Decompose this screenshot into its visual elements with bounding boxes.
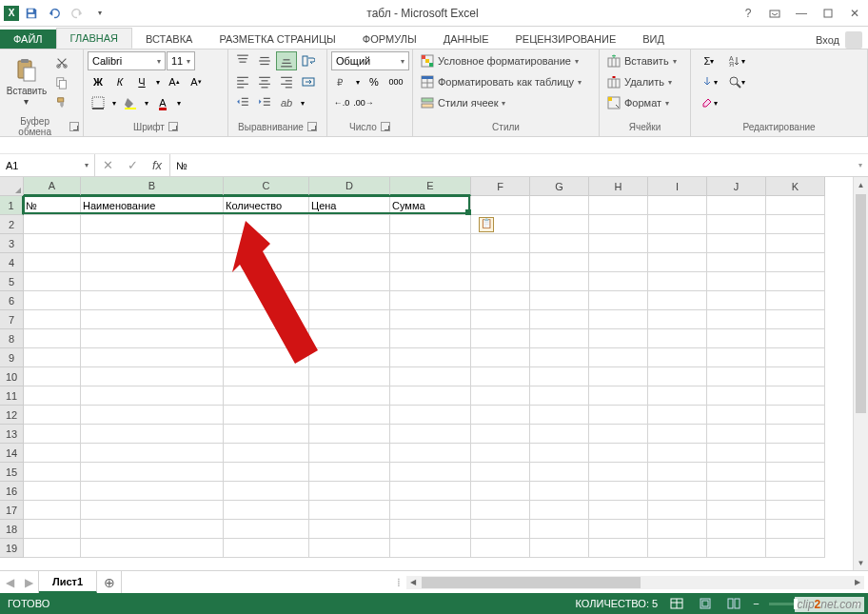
cell-F3[interactable]	[471, 234, 530, 253]
cell-G19[interactable]	[530, 539, 589, 558]
bold-button[interactable]: Ж	[88, 72, 108, 91]
cell-I12[interactable]	[648, 406, 707, 425]
col-header-I[interactable]: I	[648, 177, 707, 196]
cell-D15[interactable]	[309, 463, 390, 482]
cell-G16[interactable]	[530, 482, 589, 501]
cell-H19[interactable]	[589, 539, 648, 558]
col-header-J[interactable]: J	[707, 177, 766, 196]
tab-insert[interactable]: ВСТАВКА	[132, 30, 206, 49]
cell-D3[interactable]	[309, 234, 390, 253]
cell-A15[interactable]	[24, 463, 81, 482]
row-header-9[interactable]: 9	[0, 348, 24, 367]
col-header-C[interactable]: C	[224, 177, 309, 196]
maximize-button[interactable]	[815, 2, 841, 25]
orientation-dropdown[interactable]: ▾	[298, 93, 307, 112]
number-format-select[interactable]: Общий▾	[331, 51, 409, 70]
cell-K10[interactable]	[766, 367, 825, 386]
autosum-button[interactable]: Σ ▾	[695, 51, 723, 70]
tab-page-layout[interactable]: РАЗМЕТКА СТРАНИЦЫ	[206, 30, 348, 49]
accounting-format-button[interactable]: ₽	[331, 72, 352, 91]
cell-J11[interactable]	[707, 386, 766, 406]
tab-file[interactable]: ФАЙЛ	[0, 30, 56, 49]
percent-button[interactable]: %	[364, 72, 385, 91]
cell-A18[interactable]	[24, 520, 81, 539]
cell-I4[interactable]	[648, 253, 707, 272]
cell-I10[interactable]	[648, 367, 707, 386]
minimize-button[interactable]: —	[788, 2, 815, 25]
cell-K2[interactable]	[766, 215, 825, 234]
conditional-formatting-button[interactable]: Условное форматирование▾	[417, 51, 582, 70]
cell-G7[interactable]	[530, 310, 589, 329]
cell-K11[interactable]	[766, 386, 825, 406]
border-dropdown[interactable]: ▾	[109, 93, 119, 112]
clear-button[interactable]: ▾	[695, 93, 723, 112]
cell-E16[interactable]	[390, 482, 471, 501]
align-bottom-button[interactable]	[276, 51, 297, 70]
cell-E5[interactable]	[390, 272, 471, 291]
cell-B14[interactable]	[81, 444, 224, 463]
cell-C17[interactable]	[224, 501, 309, 520]
grow-font-button[interactable]: A▴	[164, 72, 185, 91]
cell-J5[interactable]	[707, 272, 766, 291]
cell-J12[interactable]	[707, 406, 766, 425]
italic-button[interactable]: К	[109, 72, 130, 91]
cell-G5[interactable]	[530, 272, 589, 291]
cell-C10[interactable]	[224, 367, 309, 386]
cell-H7[interactable]	[589, 310, 648, 329]
cell-B1[interactable]: Наименование	[81, 196, 224, 215]
row-header-10[interactable]: 10	[0, 367, 24, 386]
cell-H11[interactable]	[589, 386, 648, 406]
col-header-D[interactable]: D	[309, 177, 390, 196]
cell-B13[interactable]	[81, 425, 224, 444]
cell-F5[interactable]	[471, 272, 530, 291]
cell-B9[interactable]	[81, 348, 224, 367]
cancel-formula-button[interactable]: ✕	[95, 154, 120, 176]
cell-I3[interactable]	[648, 234, 707, 253]
fill-color-button[interactable]	[120, 93, 141, 112]
cell-J19[interactable]	[707, 539, 766, 558]
cell-D9[interactable]	[309, 348, 390, 367]
cell-C18[interactable]	[224, 520, 309, 539]
cell-C12[interactable]	[224, 406, 309, 425]
cell-F7[interactable]	[471, 310, 530, 329]
cell-G1[interactable]	[530, 196, 589, 215]
cell-J13[interactable]	[707, 425, 766, 444]
increase-indent-button[interactable]	[254, 93, 275, 112]
row-header-18[interactable]: 18	[0, 520, 24, 539]
cell-K14[interactable]	[766, 444, 825, 463]
cell-I11[interactable]	[648, 386, 707, 406]
cell-K8[interactable]	[766, 329, 825, 348]
cell-G8[interactable]	[530, 329, 589, 348]
find-select-button[interactable]: ▾	[724, 72, 749, 91]
row-header-8[interactable]: 8	[0, 329, 24, 348]
cell-F16[interactable]	[471, 482, 530, 501]
cell-A6[interactable]	[24, 291, 81, 310]
align-top-button[interactable]	[232, 51, 253, 70]
cell-J17[interactable]	[707, 501, 766, 520]
cell-J15[interactable]	[707, 463, 766, 482]
page-break-view-button[interactable]	[724, 596, 743, 611]
cell-E3[interactable]	[390, 234, 471, 253]
cell-K19[interactable]	[766, 539, 825, 558]
cell-F10[interactable]	[471, 367, 530, 386]
decrease-indent-button[interactable]	[232, 93, 253, 112]
row-header-5[interactable]: 5	[0, 272, 24, 291]
cell-G15[interactable]	[530, 463, 589, 482]
cell-D17[interactable]	[309, 501, 390, 520]
cell-K1[interactable]	[766, 196, 825, 215]
cell-J14[interactable]	[707, 444, 766, 463]
cell-D4[interactable]	[309, 253, 390, 272]
accounting-dropdown[interactable]: ▾	[353, 72, 363, 91]
cell-I2[interactable]	[648, 215, 707, 234]
cell-J1[interactable]	[707, 196, 766, 215]
cell-K15[interactable]	[766, 463, 825, 482]
cell-H18[interactable]	[589, 520, 648, 539]
row-header-14[interactable]: 14	[0, 444, 24, 463]
cell-F14[interactable]	[471, 444, 530, 463]
wrap-text-button[interactable]	[298, 51, 319, 70]
cell-styles-button[interactable]: Стили ячеек▾	[417, 93, 509, 112]
row-header-1[interactable]: 1	[0, 196, 24, 215]
ribbon-options-button[interactable]	[761, 2, 788, 25]
row-header-7[interactable]: 7	[0, 310, 24, 329]
save-button[interactable]	[21, 3, 42, 24]
